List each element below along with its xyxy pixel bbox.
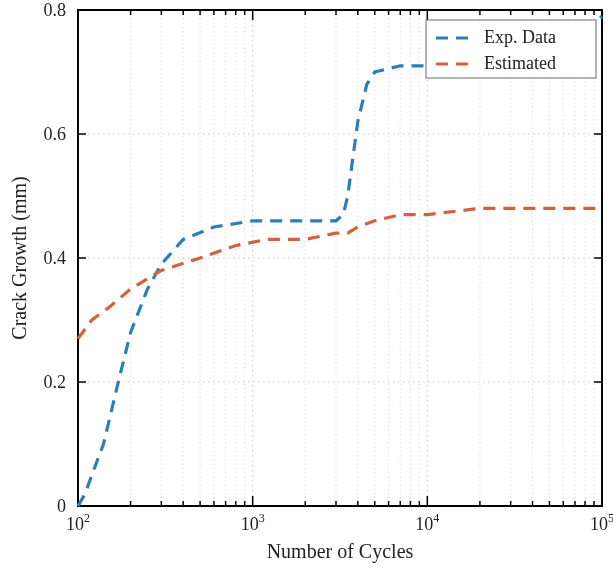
series-exp-data xyxy=(78,16,602,506)
x-tick-label: 105 xyxy=(590,511,613,534)
x-axis-label: Number of Cycles xyxy=(267,540,414,563)
x-tick-labels: 102103104105 xyxy=(66,511,613,534)
x-tick-label: 104 xyxy=(415,511,439,534)
y-tick-label: 0 xyxy=(57,496,66,516)
y-axis-label: Crack Growth (mm) xyxy=(8,176,31,339)
y-tick-label: 0.6 xyxy=(44,124,67,144)
chart-svg: 102103104105 00.20.40.60.8 Number of Cyc… xyxy=(0,0,613,582)
legend: Exp. Data Estimated xyxy=(426,20,596,78)
y-tick-label: 0.2 xyxy=(44,372,67,392)
x-tick-label: 102 xyxy=(66,511,90,534)
y-tick-labels: 00.20.40.60.8 xyxy=(44,0,67,516)
y-tick-label: 0.4 xyxy=(44,248,67,268)
legend-label-exp: Exp. Data xyxy=(484,27,556,47)
chart-container: 102103104105 00.20.40.60.8 Number of Cyc… xyxy=(0,0,613,582)
series-estimated xyxy=(78,208,602,338)
y-tick-label: 0.8 xyxy=(44,0,67,20)
legend-label-est: Estimated xyxy=(484,53,556,73)
x-tick-label: 103 xyxy=(241,511,265,534)
